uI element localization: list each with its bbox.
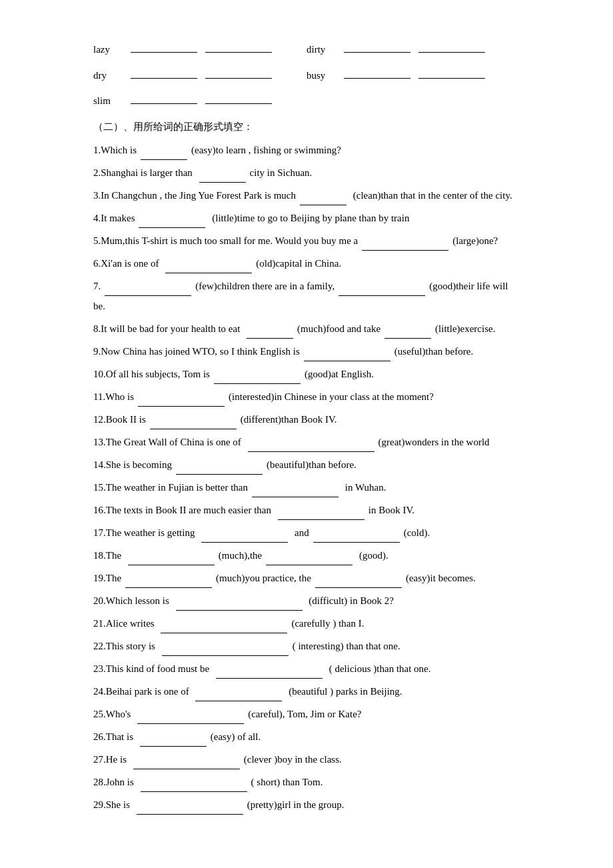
word-row-2: dry busy <box>93 66 520 85</box>
ex22-blank[interactable] <box>162 644 289 656</box>
exercise-11: 11.Who is(interested)in Chinese in your … <box>93 387 520 407</box>
ex24-blank[interactable] <box>195 689 282 701</box>
exercise-20: 20.Which lesson is (difficult) in Book 2… <box>93 591 520 611</box>
ex23-blank[interactable] <box>216 667 322 679</box>
busy-blank-1[interactable] <box>344 67 410 79</box>
ex27-blank[interactable] <box>133 757 240 769</box>
ex11-blank[interactable] <box>138 395 225 407</box>
ex1-blank[interactable] <box>141 148 187 160</box>
slim-blank-2[interactable] <box>205 92 272 104</box>
exercise-6: 6.Xi'an is one of (old)capital in China. <box>93 253 520 273</box>
ex16-text: 16.The texts in Book II are much easier … <box>93 505 414 515</box>
ex2-text: 2.Shanghai is larger than city in Sichua… <box>93 167 312 178</box>
ex14-text: 14.She is becoming(beautiful)than before… <box>93 459 356 470</box>
slim-label: slim <box>93 91 127 111</box>
ex24-text: 24.Beihai park is one of (beautiful ) pa… <box>93 686 402 697</box>
exercise-27: 27.He is (clever )boy in the class. <box>93 749 520 769</box>
dry-group: dry <box>93 66 306 85</box>
ex7-blank2[interactable] <box>338 284 425 296</box>
ex21-text: 21.Alice writes (carefully ) than I. <box>93 618 364 629</box>
ex15-text: 15.The weather in Fujian is better than … <box>93 482 386 493</box>
exercise-2: 2.Shanghai is larger than city in Sichua… <box>93 163 520 183</box>
ex23-text: 23.This kind of food must be ( delicious… <box>93 663 431 674</box>
ex3-text: 3.In Changchun , the Jing Yue Forest Par… <box>93 190 512 201</box>
ex28-text: 28.John is ( short) than Tom. <box>93 777 322 787</box>
ex27-text: 27.He is (clever )boy in the class. <box>93 754 342 765</box>
lazy-group: lazy <box>93 40 306 59</box>
ex13-text: 13.The Great Wall of China is one of (gr… <box>93 437 490 447</box>
slim-blank-1[interactable] <box>131 92 197 104</box>
lazy-blank-2[interactable] <box>205 41 272 53</box>
ex3-blank[interactable] <box>300 193 346 205</box>
ex8-blank2[interactable] <box>384 327 431 339</box>
ex19-text: 19.The(much)you practice, the(easy)it be… <box>93 573 476 583</box>
ex21-blank[interactable] <box>161 621 287 633</box>
ex5-text: 5.Mum,this T-shirt is much too small for… <box>93 235 498 246</box>
ex18-text: 18.The (much),the (good). <box>93 550 388 561</box>
ex29-text: 29.She is (pretty)girl in the group. <box>93 799 344 810</box>
ex26-text: 26.That is (easy) of all. <box>93 731 261 742</box>
busy-label: busy <box>306 66 340 85</box>
exercise-list: 1.Which is(easy)to learn , fishing or sw… <box>93 140 520 815</box>
ex1-text: 1.Which is(easy)to learn , fishing or sw… <box>93 145 341 155</box>
ex10-blank[interactable] <box>214 372 301 384</box>
ex25-text: 25.Who's (careful), Tom, Jim or Kate? <box>93 709 361 719</box>
exercise-24: 24.Beihai park is one of (beautiful ) pa… <box>93 681 520 701</box>
exercise-4: 4.It makes (little)time to go to Beijing… <box>93 208 520 228</box>
top-word-section: lazy dirty dry busy slim <box>93 40 520 111</box>
ex18-blank1[interactable] <box>128 553 215 565</box>
exercise-8: 8.It will be bad for your health to eat … <box>93 319 520 339</box>
word-row-1: lazy dirty <box>93 40 520 59</box>
ex4-blank[interactable] <box>139 216 205 228</box>
dirty-label: dirty <box>306 40 340 59</box>
exercise-17: 17.The weather is getting and(cold). <box>93 523 520 543</box>
busy-group: busy <box>306 66 520 85</box>
ex22-text: 22.This story is ( interesting) than tha… <box>93 641 400 651</box>
ex8-blank1[interactable] <box>247 327 293 339</box>
dry-blank-1[interactable] <box>131 67 197 79</box>
ex9-blank[interactable] <box>304 349 390 361</box>
ex6-blank[interactable] <box>165 261 252 273</box>
ex12-blank[interactable] <box>150 417 237 429</box>
ex2-blank[interactable] <box>199 171 246 183</box>
exercise-18: 18.The (much),the (good). <box>93 545 520 565</box>
exercise-25: 25.Who's (careful), Tom, Jim or Kate? <box>93 704 520 724</box>
exercise-22: 22.This story is ( interesting) than tha… <box>93 636 520 656</box>
dirty-blank-1[interactable] <box>344 41 410 53</box>
busy-blank-2[interactable] <box>418 67 485 79</box>
ex19-blank1[interactable] <box>125 576 212 588</box>
ex13-blank[interactable] <box>248 440 374 452</box>
dry-blank-2[interactable] <box>205 67 272 79</box>
ex28-blank[interactable] <box>141 780 247 792</box>
ex12-text: 12.Book II is(different)than Book IV. <box>93 414 337 425</box>
section-title: （二）、用所给词的正确形式填空： <box>93 117 520 137</box>
lazy-label: lazy <box>93 40 127 59</box>
dry-label: dry <box>93 66 127 85</box>
exercise-23: 23.This kind of food must be ( delicious… <box>93 659 520 679</box>
ex17-text: 17.The weather is getting and(cold). <box>93 527 430 538</box>
exercise-14: 14.She is becoming(beautiful)than before… <box>93 455 520 475</box>
ex14-blank[interactable] <box>176 463 263 475</box>
ex26-blank[interactable] <box>140 735 207 747</box>
ex29-blank[interactable] <box>137 803 243 815</box>
exercise-3: 3.In Changchun , the Jing Yue Forest Par… <box>93 185 520 205</box>
ex17-blank1[interactable] <box>201 531 288 543</box>
ex5-blank[interactable] <box>362 239 448 251</box>
ex18-blank2[interactable] <box>266 553 352 565</box>
dirty-blank-2[interactable] <box>418 41 485 53</box>
exercise-21: 21.Alice writes (carefully ) than I. <box>93 613 520 633</box>
exercise-5: 5.Mum,this T-shirt is much too small for… <box>93 231 520 251</box>
ex16-blank[interactable] <box>278 508 364 520</box>
exercise-28: 28.John is ( short) than Tom. <box>93 772 520 792</box>
ex4-text: 4.It makes (little)time to go to Beijing… <box>93 213 409 223</box>
ex20-blank[interactable] <box>176 599 303 611</box>
ex19-blank2[interactable] <box>315 576 402 588</box>
ex15-blank[interactable] <box>252 485 338 497</box>
exercise-1: 1.Which is(easy)to learn , fishing or sw… <box>93 140 520 160</box>
ex17-blank2[interactable] <box>313 531 400 543</box>
ex6-text: 6.Xi'an is one of (old)capital in China. <box>93 258 341 269</box>
ex25-blank[interactable] <box>137 712 244 724</box>
ex7-blank1[interactable] <box>105 284 191 296</box>
exercise-13: 13.The Great Wall of China is one of (gr… <box>93 432 520 452</box>
lazy-blank-1[interactable] <box>131 41 197 53</box>
